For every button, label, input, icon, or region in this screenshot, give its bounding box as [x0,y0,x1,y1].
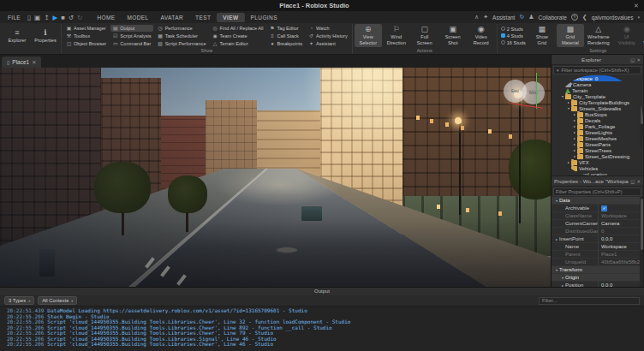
stud-size-radio[interactable]: 2 Studs [501,27,526,32]
close-panel-icon[interactable]: ✕ [636,57,641,62]
log-line[interactable]: 20:22:55.206Script 'cloud_144950355.Buil… [7,342,644,348]
ribbon-small-button[interactable]: ◎ Find All / Replace All [211,25,265,32]
collaborate-button[interactable]: Collaborate [539,15,567,21]
ribbon-small-button[interactable]: ◔ Watch [307,25,349,32]
qat-icon[interactable]: ↻ [77,14,82,21]
property-row[interactable]: UniqueId ✓40b5aa66fa58b2128… [552,259,643,266]
ribbon-small-button[interactable]: ▭ Command Bar [110,40,152,47]
output-log[interactable]: 20:22:51.439DataModel Loading https://as… [0,306,644,351]
share-icon[interactable]: ❮ [582,14,587,21]
3d-viewport[interactable]: East West [0,68,551,287]
explorer-tree-item[interactable]: ▾ Workspace ⚙ [552,75,643,81]
property-row[interactable]: ▸Position ✓0,0,0 [552,282,643,287]
user-caret-icon[interactable]: ▾ [637,15,640,20]
qat-icon[interactable]: ▣ [34,14,40,21]
sync-icon[interactable]: ↻ [519,14,524,21]
ribbon-small-button[interactable]: ● Breakpoints [268,40,305,47]
properties-filter-input[interactable] [556,189,639,194]
explorer-tree-item[interactable]: ▸ Vehicles [552,165,643,171]
checkbox-icon[interactable]: ✓ [601,205,607,211]
ribbon-small-button[interactable]: ◫ Object Browser [64,40,108,47]
ribbon-small-button[interactable]: ✦ Assistant [307,40,349,47]
place-tab[interactable]: ▯ Place1 ✕ [2,57,41,68]
ribbon-small-button[interactable]: ◷ Performance [156,25,208,32]
explorer-tree-item[interactable]: ▸ BusStops [552,111,643,117]
float-panel-icon[interactable]: ◱ [630,57,635,62]
ribbon-small-button[interactable]: ≡ Call Stack [268,33,305,39]
help-icon[interactable]: ? [571,14,578,21]
gizmo-disc-west[interactable]: West [522,81,545,104]
explorer-tree-item[interactable]: ▸ Park_Foliage [552,123,643,129]
contexts-dropdown[interactable]: All Contexts ▾ [38,296,77,305]
scrollbar-thumb[interactable] [641,77,643,124]
explorer-tree-item[interactable]: ▸ StreetTrees [552,147,643,153]
qat-icon[interactable]: ↥ [44,14,49,21]
ribbon-tab[interactable]: PLUGINS [245,13,283,22]
stud-size-radio[interactable]: 4 Studs [501,33,526,39]
explorer-filter-input[interactable] [561,68,639,73]
ribbon-big-button[interactable]: ≡ Explorer [3,24,31,47]
ribbon-tab[interactable]: TEST [189,13,217,22]
explorer-tree-item[interactable]: Camera [552,81,643,87]
ribbon-small-button[interactable]: ☑ Script Analysis [110,33,152,39]
ribbon-big-button[interactable]: ◉ UI Visibility [613,24,641,47]
ribbon-small-button[interactable]: ▦ Task Scheduler [156,33,208,39]
ribbon-small-button[interactable]: ▧ Script Performance [156,40,208,47]
property-row[interactable]: ▾Transform ✓ [552,266,643,274]
ribbon-tab[interactable]: HOME [91,13,121,22]
qat-icon[interactable]: ■ [61,14,65,21]
ribbon-small-button[interactable]: ↺ Activity History [307,33,349,39]
explorer-tree-item[interactable]: SpawnLocation [552,171,643,176]
explorer-tree-item[interactable]: ▸ Decals [552,117,643,123]
explorer-tree-item[interactable]: ▸ Street_SetDressing [552,153,643,159]
ribbon-tab[interactable]: VIEW [217,13,244,22]
ribbon-big-button[interactable]: ◉ Video Record [468,24,495,47]
output-filter-input[interactable] [539,297,640,305]
property-row[interactable]: CurrentCamera ✓Camera [552,220,643,228]
explorer-tree-item[interactable]: ▾ City_Template [552,93,643,99]
explorer-tree-item[interactable]: ▸ StreetMeshes [552,135,643,141]
ribbon-small-button[interactable]: ⚑ Tag Editor [268,25,305,32]
file-menu-button[interactable]: FILE [4,14,24,21]
explorer-tree-item[interactable]: ▸ StreetLights [552,129,643,135]
ribbon-big-button[interactable]: ⊕ View Selector [355,24,382,47]
property-row[interactable]: ▾Data ✓ [552,197,643,205]
property-row[interactable]: ▾Origin ✓ [552,274,643,282]
qat-icon[interactable]: ↺ [69,14,74,21]
stud-size-radio[interactable]: 16 Studs [501,40,526,45]
qat-icon[interactable]: ▯ [27,14,31,21]
float-panel-icon[interactable]: ◱ [630,179,635,184]
qat-icon[interactable]: ▶ [52,14,57,21]
ribbon-small-button[interactable]: ⚒ Toolbox [64,33,108,39]
ribbon-small-button[interactable]: △ Terrain Editor [211,40,265,47]
ribbon-big-button[interactable]: ℹ Properties [32,24,59,47]
explorer-scrollbar[interactable] [640,75,643,176]
ribbon-big-button[interactable]: ▢ Full Screen [411,24,438,47]
expand-arrow-icon[interactable]: ▾ [554,76,559,80]
explorer-tree-item[interactable]: ▸ VFX [552,159,643,165]
ribbon-small-button[interactable]: ▤ Output [110,25,152,32]
ribbon-big-button[interactable]: ▣ Screen Shot [439,24,467,47]
assistant-button[interactable]: Assistant [492,15,515,21]
properties-scrollbar[interactable] [640,197,643,287]
explorer-tree-item[interactable]: Terrain [552,87,643,93]
close-panel-icon[interactable]: ✕ [636,179,641,184]
explorer-filter[interactable]: ▼ [553,66,641,74]
explorer-tree-item[interactable]: ▸ StreetParts [552,141,643,147]
ribbon-small-button[interactable]: ◉ Team Create [211,33,265,39]
ribbon-big-button[interactable]: ▦ Show Grid [528,24,556,47]
property-row[interactable]: ▸InsertPoint ✓0,0,0 [552,235,643,243]
property-row[interactable]: DistributedGame... ✓0 [552,228,643,235]
collapse-ribbon-icon[interactable]: ∧ [474,14,479,21]
tab-close-icon[interactable]: ✕ [32,59,36,65]
explorer-tree-item[interactable]: ▸ CityTemplateBuildings [552,99,643,105]
property-row[interactable]: ClassName ✓Workspace [552,212,643,220]
ribbon-tab[interactable]: AVATAR [155,13,189,22]
property-row[interactable]: Name ✓Workspace [552,243,643,251]
ribbon-small-button[interactable]: ▣ Asset Manager [64,25,108,32]
ribbon-big-button[interactable]: ⚐ Wind Direction [383,24,410,47]
properties-filter[interactable] [553,187,641,196]
username[interactable]: qalvmordsvalues [592,15,634,21]
property-row[interactable]: Parent ✓Place1 [552,251,643,259]
window-close-icon[interactable]: ✕ [629,3,644,9]
